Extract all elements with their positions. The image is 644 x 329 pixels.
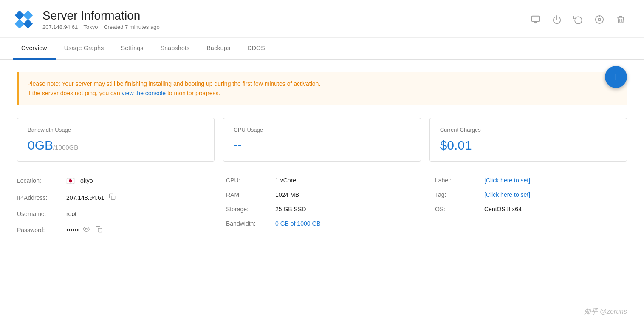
- bandwidth-value: 0GB/1000GB: [28, 138, 204, 153]
- header-title: Server Information 207.148.94.61 Tokyo C…: [42, 9, 164, 30]
- header-subtitle: 207.148.94.61 Tokyo Created 7 minutes ag…: [42, 24, 164, 30]
- info-grid: Location: 🇯🇵 Tokyo IP Address: 207.148.9…: [17, 177, 627, 235]
- os-row: OS: CentOS 8 x64: [435, 206, 627, 213]
- username-value: root: [66, 210, 76, 217]
- svg-rect-0: [13, 9, 35, 31]
- password-value: ••••••: [66, 227, 79, 233]
- logo: [13, 9, 35, 31]
- server-location: Tokyo: [84, 24, 98, 30]
- ram-value: 1024 MB: [275, 191, 299, 198]
- console-button[interactable]: [529, 13, 542, 26]
- header: Server Information 207.148.94.61 Tokyo C…: [0, 0, 644, 38]
- ram-row: RAM: 1024 MB: [226, 191, 418, 198]
- location-key: Location:: [17, 177, 64, 184]
- ip-value: 207.148.94.61: [66, 194, 105, 201]
- username-row: Username: root: [17, 210, 209, 217]
- add-button[interactable]: +: [605, 66, 627, 88]
- password-key: Password:: [17, 227, 64, 233]
- main-content: Please note: Your server may still be fi…: [0, 60, 644, 248]
- notice-banner: Please note: Your server may still be fi…: [17, 72, 627, 105]
- cpu-info-key: CPU:: [226, 177, 273, 184]
- delete-button[interactable]: [614, 13, 627, 26]
- svg-rect-14: [98, 228, 102, 232]
- info-right: Label: [Click here to set] Tag: [Click h…: [435, 177, 627, 235]
- bandwidth-info-row: Bandwidth: 0 GB of 1000 GB: [226, 220, 418, 227]
- label-link[interactable]: [Click here to set]: [484, 177, 530, 184]
- bandwidth-number: 0GB: [28, 138, 53, 152]
- tab-usage-graphs[interactable]: Usage Graphs: [56, 38, 113, 60]
- storage-key: Storage:: [226, 206, 273, 213]
- flag-icon: 🇯🇵: [66, 177, 75, 185]
- svg-point-13: [85, 228, 87, 230]
- charges-card: Current Charges $0.01: [429, 118, 627, 162]
- notice-line1: Please note: Your server may still be fi…: [27, 80, 320, 87]
- server-ip: 207.148.94.61: [42, 24, 78, 30]
- copy-password-button[interactable]: [94, 225, 104, 235]
- location-row: Location: 🇯🇵 Tokyo: [17, 177, 209, 185]
- svg-rect-12: [111, 196, 115, 200]
- show-password-button[interactable]: [81, 225, 91, 235]
- notice-line2-suffix: to monitor progress.: [166, 90, 220, 96]
- svg-rect-2: [23, 11, 33, 20]
- tab-ddos[interactable]: DDOS: [239, 38, 274, 60]
- notice-line2-prefix: If the server does not ping, you can: [27, 90, 122, 96]
- svg-rect-5: [532, 16, 539, 22]
- charges-label: Current Charges: [440, 127, 616, 133]
- header-actions: [529, 13, 627, 26]
- ip-row: IP Address: 207.148.94.61: [17, 193, 209, 203]
- password-row: Password: ••••••: [17, 225, 209, 235]
- tab-settings[interactable]: Settings: [113, 38, 152, 60]
- cpu-value: --: [234, 138, 410, 152]
- tag-key: Tag:: [435, 191, 482, 198]
- svg-rect-4: [23, 19, 33, 29]
- header-left: Server Information 207.148.94.61 Tokyo C…: [13, 9, 164, 31]
- bandwidth-card: Bandwidth Usage 0GB/1000GB: [17, 118, 215, 162]
- storage-value: 25 GB SSD: [275, 206, 306, 213]
- os-value: CentOS 8 x64: [484, 206, 522, 213]
- tab-backups[interactable]: Backups: [198, 38, 239, 60]
- tabs-bar: Overview Usage Graphs Settings Snapshots…: [0, 38, 644, 60]
- svg-rect-3: [15, 19, 25, 29]
- bandwidth-info-value: 0 GB of 1000 GB: [275, 220, 321, 227]
- bandwidth-unit: /1000GB: [53, 144, 78, 151]
- bandwidth-label: Bandwidth Usage: [28, 127, 204, 133]
- label-key: Label:: [435, 177, 482, 184]
- svg-rect-1: [15, 11, 25, 20]
- cpu-label: CPU Usage: [234, 127, 410, 133]
- page-title: Server Information: [42, 9, 164, 23]
- label-row: Label: [Click here to set]: [435, 177, 627, 184]
- storage-row: Storage: 25 GB SSD: [226, 206, 418, 213]
- os-key: OS:: [435, 206, 482, 213]
- tag-link[interactable]: [Click here to set]: [484, 191, 530, 198]
- server-created: Created 7 minutes ago: [104, 24, 160, 30]
- username-key: Username:: [17, 210, 64, 217]
- cpu-card: CPU Usage --: [223, 118, 421, 162]
- cpu-info-value: 1 vCore: [275, 177, 296, 184]
- tag-row: Tag: [Click here to set]: [435, 191, 627, 198]
- bandwidth-info-key: Bandwidth:: [226, 220, 273, 227]
- power-button[interactable]: [551, 13, 563, 26]
- location-value: Tokyo: [77, 177, 93, 184]
- svg-point-9: [598, 18, 601, 21]
- stats-row: Bandwidth Usage 0GB/1000GB CPU Usage -- …: [17, 118, 627, 162]
- info-middle: CPU: 1 vCore RAM: 1024 MB Storage: 25 GB…: [226, 177, 418, 235]
- ip-key: IP Address:: [17, 194, 64, 201]
- cpu-info-row: CPU: 1 vCore: [226, 177, 418, 184]
- reload-button[interactable]: [572, 13, 585, 26]
- copy-ip-button[interactable]: [107, 193, 117, 203]
- tab-overview[interactable]: Overview: [13, 38, 56, 60]
- console-link[interactable]: view the console: [122, 90, 166, 96]
- tab-snapshots[interactable]: Snapshots: [152, 38, 198, 60]
- cd-button[interactable]: [593, 13, 606, 26]
- charges-value: $0.01: [440, 138, 616, 153]
- info-left: Location: 🇯🇵 Tokyo IP Address: 207.148.9…: [17, 177, 209, 235]
- ram-key: RAM:: [226, 191, 273, 198]
